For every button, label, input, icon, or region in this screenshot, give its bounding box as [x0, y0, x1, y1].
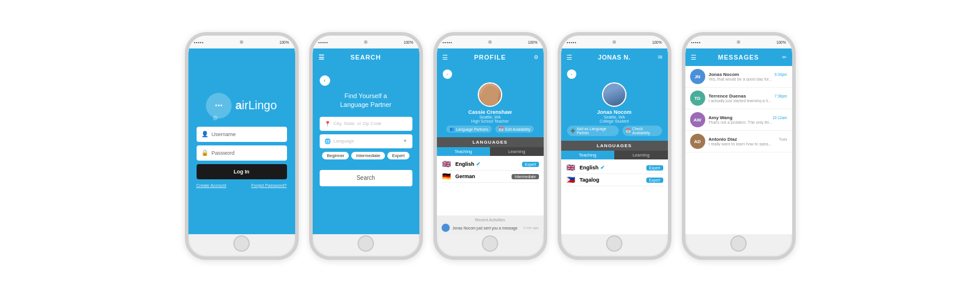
profile-header-title: PROFILE: [474, 54, 506, 61]
jonas-role: College Student: [600, 119, 629, 123]
home-button-search[interactable]: [358, 235, 374, 252]
back-btn-profile[interactable]: ‹: [443, 69, 452, 79]
language-input[interactable]: 🌐 Language ▼: [320, 134, 412, 148]
msg-item-terrence[interactable]: TD Terrence Duenas 7:38pm I actually jus…: [685, 88, 792, 109]
search-subtitle: Find Yourself a Language Partner: [340, 92, 391, 110]
msg-name-jonas: Jonas Nocom: [709, 72, 739, 77]
msg-item-amy[interactable]: AW Amy Wang 10:12am That's not a problem…: [685, 109, 792, 131]
tab-teaching-profile[interactable]: Teaching: [437, 147, 491, 156]
msg-avatar-amy: AW: [690, 112, 705, 127]
jonas-name: Jonas Nocom: [597, 109, 631, 115]
msg-avatar-jonas: JN: [690, 69, 705, 84]
language-partners-btn[interactable]: 👥 Language Partners: [446, 126, 492, 133]
jonas-actions: ➕ Add as Language Partner 📅 Check Availa…: [567, 126, 662, 136]
forgot-password-link[interactable]: Forgot Password?: [251, 183, 287, 188]
lock-icon: 🔒: [201, 150, 208, 156]
expert-filter[interactable]: Expert: [387, 152, 410, 159]
beginner-filter[interactable]: Beginner: [322, 152, 349, 159]
tab-learning-profile[interactable]: Learning: [490, 147, 544, 156]
home-button-profile[interactable]: [482, 235, 498, 252]
msg-time-amy: 10:12am: [772, 116, 787, 120]
back-btn-jonas[interactable]: ‹: [567, 69, 576, 79]
menu-icon-profile[interactable]: ☰: [442, 54, 448, 61]
languages-section-header: LANGUAGES: [437, 137, 544, 147]
msg-item-antonio[interactable]: AD Antonio Diaz Tues I really want to le…: [685, 131, 792, 152]
status-bar-search: ••••• 100%: [313, 36, 419, 48]
msg-time-antonio: Tues: [779, 137, 787, 141]
signal-messages: •••••: [691, 40, 701, 44]
status-bar-jonas: ••••• 100%: [561, 36, 668, 48]
lang-item-tagalog: 🇵🇭 Tagalog Expert: [566, 174, 663, 186]
phone-messages: ••••• 100% ☰ MESSAGES ✏ JN: [682, 32, 796, 260]
phone-jonas: ••••• 100% ☰ JONAS N. ✉ ‹: [558, 32, 671, 260]
battery-login: 100%: [279, 40, 289, 44]
battery-search: 100%: [404, 40, 414, 44]
jonas-top-nav: ‹: [567, 69, 662, 79]
lang-name-german: German: [456, 173, 509, 179]
home-button-messages[interactable]: [730, 235, 747, 252]
home-button-login[interactable]: [233, 235, 250, 252]
dropdown-icon: ▼: [403, 138, 408, 144]
profile-role: High School Teacher: [471, 119, 509, 123]
add-partner-btn[interactable]: ➕ Add as Language Partner: [567, 126, 619, 136]
check-availability-btn[interactable]: 📅 Check Availability: [622, 126, 662, 136]
jonas-header-title: JONAS N.: [598, 54, 631, 61]
camera-search: [364, 40, 368, 44]
phone-search: ••••• 100% ☰ SEARCH ‹ Find Yourself a La…: [309, 32, 423, 260]
logo-icon: [206, 93, 232, 119]
msg-item-jonas[interactable]: JN Jonas Nocom 9:34pm Yes, that would be…: [685, 66, 792, 88]
username-field[interactable]: 👤 Username: [197, 127, 287, 142]
language-list-profile: 🇬🇧 English ✔ Expert 🇩🇪 German Intermedia…: [437, 156, 544, 215]
msg-name-antonio: Antonio Diaz: [709, 137, 737, 142]
menu-icon-messages[interactable]: ☰: [691, 54, 696, 61]
intermediate-filter[interactable]: Intermediate: [351, 152, 385, 159]
filter-buttons: Beginner Intermediate Expert: [322, 152, 409, 159]
msg-content-terrence: Terrence Duenas 7:38pm I actually just s…: [709, 93, 788, 103]
profile-avatar: [478, 82, 502, 107]
settings-icon-profile[interactable]: ⚙: [534, 54, 538, 60]
messages-header-title: MESSAGES: [718, 54, 759, 61]
edit-availability-btn[interactable]: 📅 Edit Availability: [495, 126, 534, 133]
msg-preview-amy: That's not a problem. The only thi...: [709, 120, 779, 124]
language-tabs-jonas: Teaching Learning: [561, 151, 668, 159]
back-button-search[interactable]: ‹: [320, 75, 330, 86]
tab-teaching-jonas[interactable]: Teaching: [561, 151, 615, 159]
msg-time-terrence: 7:38pm: [775, 94, 788, 98]
level-badge-german: Intermediate: [512, 174, 538, 179]
language-list-jonas: 🇬🇧 English ✔ Expert 🇵🇭 Tagalog Expert: [561, 159, 668, 234]
profile-actions: 👥 Language Partners 📅 Edit Availability: [446, 126, 534, 133]
calendar-icon: 📅: [499, 127, 503, 131]
phones-container: ••••• 100% airLingo 👤 Username 🔒: [179, 20, 802, 272]
msg-name-terrence: Terrence Duenas: [709, 93, 746, 99]
status-bar-login: ••••• 100%: [188, 36, 295, 48]
level-badge-english-jonas: Expert: [646, 165, 663, 171]
search-button[interactable]: Search: [320, 170, 412, 186]
msg-avatar-terrence: TD: [690, 91, 705, 106]
message-icon-jonas[interactable]: ✉: [658, 54, 663, 60]
search-screen: ☰ SEARCH ‹ Find Yourself a Language Part…: [313, 48, 419, 234]
tab-learning-jonas[interactable]: Learning: [614, 151, 668, 159]
location-placeholder: City, State, or Zip Code: [334, 121, 382, 126]
lang-item-german: 🇩🇪 German Intermediate: [442, 171, 539, 183]
login-screen: airLingo 👤 Username 🔒 Password Log In Cr…: [188, 48, 295, 234]
location-input[interactable]: 📍 City, State, or Zip Code: [320, 117, 412, 131]
recent-item: Jonas Nocom just sent you a message 2 mi…: [442, 224, 539, 232]
msg-preview-terrence: I actually just started learning a li...: [709, 99, 779, 103]
create-account-link[interactable]: Create Account: [197, 183, 226, 188]
recent-avatar: [442, 224, 450, 232]
login-button[interactable]: Log In: [197, 164, 287, 179]
status-bar-messages: ••••• 100%: [685, 36, 792, 48]
menu-icon-jonas[interactable]: ☰: [566, 54, 572, 61]
login-links: Create Account Forgot Password?: [197, 183, 287, 188]
msg-content-jonas: Jonas Nocom 9:34pm Yes, that would be a …: [709, 72, 788, 81]
compose-icon-messages[interactable]: ✏: [782, 54, 787, 60]
jonas-avatar: [602, 82, 626, 107]
msg-preview-jonas: Yes, that would be a good day for...: [709, 77, 779, 81]
password-field[interactable]: 🔒 Password: [197, 145, 287, 161]
menu-icon-search[interactable]: ☰: [318, 54, 325, 61]
app-logo: airLingo: [206, 93, 276, 119]
home-button-jonas[interactable]: [606, 235, 622, 252]
msg-avatar-antonio: AD: [690, 134, 705, 149]
signal-jonas: •••••: [567, 40, 577, 44]
lang-name-tagalog: Tagalog: [580, 177, 643, 183]
